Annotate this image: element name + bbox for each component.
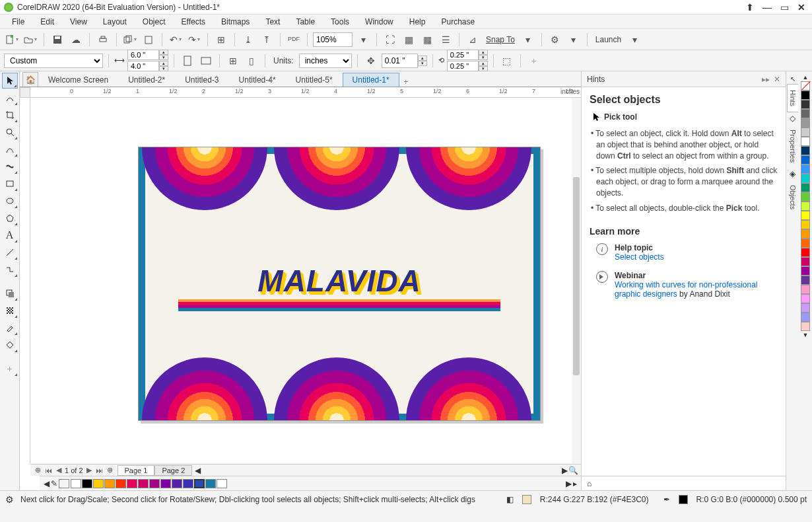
palette-right[interactable]: ▶ [566, 479, 572, 488]
open-button[interactable] [22, 32, 38, 48]
redo-button[interactable]: ↷ [186, 32, 202, 48]
color-swatch[interactable] [801, 118, 810, 128]
docker-tab-properties[interactable]: Properties [788, 124, 798, 168]
page-prev[interactable]: ◀ [54, 466, 63, 474]
fill-icon[interactable]: ◧ [506, 495, 514, 504]
shape-tool[interactable] [2, 90, 18, 106]
docker-collapse-icon[interactable]: ▸▸ [762, 75, 770, 84]
page-preset[interactable]: Custom [4, 54, 103, 68]
menu-layout[interactable]: Layout [95, 17, 135, 26]
menu-tools[interactable]: Tools [323, 17, 357, 26]
page-next[interactable]: ▶ [85, 466, 94, 474]
fullscreen-button[interactable]: ⛶ [382, 32, 398, 48]
portrait-button[interactable] [180, 53, 195, 69]
close-button[interactable]: ✕ [795, 2, 808, 13]
landscape-button[interactable] [198, 53, 214, 69]
menu-bitmaps[interactable]: Bitmaps [213, 17, 257, 26]
paste-button[interactable] [141, 32, 156, 48]
pen-icon[interactable]: ✒ [663, 495, 670, 504]
docker-tab-objects[interactable]: Objects [788, 180, 798, 215]
color-swatch[interactable] [801, 239, 810, 248]
options-button[interactable]: ⚙ [547, 32, 563, 48]
horizontal-scrollbar[interactable]: ◀▶🔍 [192, 466, 581, 475]
undo-button[interactable]: ↶ [168, 32, 184, 48]
tab-welcome[interactable]: Welcome Screen [38, 73, 118, 87]
menu-purchase[interactable]: Purchase [433, 17, 483, 26]
color-swatch[interactable] [801, 146, 810, 155]
connector-tool[interactable] [2, 262, 18, 278]
maximize-button[interactable]: ▭ [778, 2, 791, 13]
find-button[interactable]: ⊞ [213, 32, 229, 48]
palette-up[interactable]: ▲ [803, 74, 809, 81]
color-swatch[interactable] [801, 313, 810, 322]
pdf-button[interactable]: PDF [286, 32, 302, 48]
add-button[interactable]: + [526, 53, 542, 69]
menu-text[interactable]: Text [257, 17, 288, 26]
artistic-media-tool[interactable] [2, 159, 18, 174]
palette-swatch[interactable] [127, 479, 137, 488]
rulers-button[interactable]: ▦ [401, 32, 417, 48]
treat-as-filled-button[interactable]: ⬚ [499, 53, 515, 69]
color-swatch[interactable] [801, 91, 810, 100]
zoom-input[interactable] [313, 32, 353, 47]
nudge-input[interactable] [382, 54, 418, 68]
import-button[interactable]: ⤓ [240, 32, 256, 48]
snapto-dropdown[interactable]: ▾ [520, 32, 536, 48]
tab-untitled4[interactable]: Untitled-4* [229, 73, 286, 87]
page-tab-1[interactable]: Page 1 [118, 465, 155, 476]
ruler-horizontal[interactable]: 01/211/2 21/231/2 41/251/2 61/271/2 inch… [30, 87, 581, 98]
pick-tool[interactable] [2, 73, 18, 89]
color-swatch[interactable] [801, 174, 810, 183]
palette-swatch[interactable] [183, 479, 193, 488]
status-gear-icon[interactable]: ⚙ [5, 494, 14, 505]
docker-home-icon[interactable]: ⌂ [587, 479, 592, 488]
palette-swatch[interactable] [172, 479, 182, 488]
color-swatch[interactable] [801, 285, 810, 294]
polygon-tool[interactable] [2, 210, 18, 226]
docker-tab-props-icon[interactable]: ◇ [790, 114, 795, 123]
color-swatch[interactable] [801, 266, 810, 276]
tab-untitled3[interactable]: Untitled-3 [175, 73, 228, 87]
text-tool[interactable]: A [2, 227, 18, 243]
menu-help[interactable]: Help [401, 17, 434, 26]
color-swatch[interactable] [801, 100, 810, 109]
pal-none[interactable] [59, 479, 69, 488]
docker-tab-arrow-icon[interactable]: ↖ [790, 75, 795, 83]
dup-x[interactable] [447, 50, 479, 60]
page-first[interactable]: ⏮ [44, 466, 53, 474]
transparency-tool[interactable] [2, 303, 18, 318]
home-tab[interactable]: 🏠 [22, 72, 38, 87]
menu-view[interactable]: View [62, 17, 95, 26]
palette-swatch[interactable] [217, 479, 227, 488]
docker-tab-hints[interactable]: Hints [787, 84, 798, 112]
snap-icon[interactable]: ⊿ [465, 32, 481, 48]
color-swatch[interactable] [801, 229, 810, 239]
palette-swatch[interactable] [149, 479, 160, 488]
tab-add[interactable]: + [399, 77, 413, 87]
color-swatch[interactable] [801, 109, 810, 118]
palette-swatch[interactable] [194, 479, 205, 488]
color-swatch[interactable] [801, 202, 810, 211]
palette-eyedropper-icon[interactable]: ✎ [51, 479, 57, 488]
docker-close-icon[interactable]: ✕ [774, 75, 780, 84]
palette-swatch[interactable] [160, 479, 171, 488]
color-swatch[interactable] [801, 276, 810, 285]
color-swatch[interactable] [801, 220, 810, 229]
save-button[interactable] [50, 32, 65, 48]
units-select[interactable]: inches [299, 54, 352, 68]
page-tab-2[interactable]: Page 2 [154, 465, 192, 476]
color-swatch[interactable] [801, 137, 810, 146]
color-swatch[interactable] [801, 294, 810, 303]
menu-file[interactable]: File [4, 17, 32, 26]
palette-menu[interactable]: ▸ [573, 479, 577, 488]
palette-swatch[interactable] [71, 479, 81, 488]
current-page-button[interactable]: ▯ [244, 53, 259, 69]
color-swatch[interactable] [801, 128, 810, 137]
freehand-tool[interactable] [2, 141, 18, 157]
snapto-label[interactable]: Snap To [486, 35, 515, 44]
print-button[interactable] [95, 32, 111, 48]
palette-swatch[interactable] [205, 479, 216, 488]
palette-left[interactable]: ◀ [44, 479, 50, 488]
color-swatch[interactable] [801, 81, 810, 91]
menu-effects[interactable]: Effects [174, 17, 213, 26]
